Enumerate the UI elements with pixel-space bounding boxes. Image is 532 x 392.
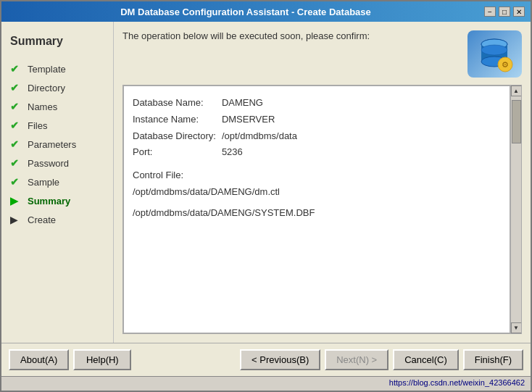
check-icon: ✔ xyxy=(10,176,23,188)
sidebar-item-password[interactable]: ✔ Password xyxy=(1,154,113,172)
sidebar-label-names: Names xyxy=(28,101,57,112)
sidebar-label-password: Password xyxy=(28,158,69,169)
sidebar-item-sample[interactable]: ✔ Sample xyxy=(1,172,113,191)
bottom-bar: About(A) Help(H) < Previous(B) Next(N) >… xyxy=(1,343,531,376)
about-button[interactable]: About(A) xyxy=(9,349,69,370)
maximize-button[interactable]: □ xyxy=(499,7,510,17)
cancel-button[interactable]: Cancel(C) xyxy=(393,349,459,370)
table-row: Instance Name: DMSERVER xyxy=(133,112,303,128)
check-icon: ✔ xyxy=(10,101,23,112)
sidebar-header: Summary xyxy=(1,29,113,59)
intro-text: The operation below will be executed soo… xyxy=(122,30,460,41)
scroll-up-button[interactable]: ▲ xyxy=(511,86,522,96)
close-button[interactable]: ✕ xyxy=(513,7,525,17)
minimize-button[interactable]: − xyxy=(484,7,496,17)
title-bar: DM Database Configuration Assistant - Cr… xyxy=(1,1,531,22)
scrollbar[interactable]: ▲ ▼ xyxy=(510,86,521,333)
content-area: Summary ✔ Template ✔ Directory ✔ Names ✔… xyxy=(1,22,531,343)
sidebar: Summary ✔ Template ✔ Directory ✔ Names ✔… xyxy=(1,22,114,343)
summary-container: Database Name: DAMENG Instance Name: DMS… xyxy=(122,85,522,334)
scroll-track[interactable] xyxy=(511,96,521,322)
bottom-left-buttons: About(A) Help(H) xyxy=(9,349,131,370)
previous-button[interactable]: < Previous(B) xyxy=(240,349,320,370)
table-row: Port: 5236 xyxy=(133,144,303,161)
check-icon: ✔ xyxy=(10,82,23,93)
sidebar-item-create[interactable]: ▶ Create xyxy=(1,210,113,229)
port-value: 5236 xyxy=(222,144,303,161)
sidebar-item-names[interactable]: ✔ Names xyxy=(1,97,113,116)
port-label: Port: xyxy=(133,144,222,161)
sidebar-label-directory: Directory xyxy=(28,83,65,93)
sidebar-label-summary: Summary xyxy=(28,196,70,207)
header-area: The operation below will be executed soo… xyxy=(122,30,522,78)
arrow-green-icon: ▶ xyxy=(10,195,23,207)
sidebar-item-summary[interactable]: ▶ Summary xyxy=(1,191,113,210)
db-logo: ⚙ xyxy=(467,30,522,78)
check-icon: ✔ xyxy=(10,138,23,150)
summary-table: Database Name: DAMENG Instance Name: DMS… xyxy=(133,95,303,161)
database-icon: ⚙ xyxy=(475,34,515,74)
db-name-value: DAMENG xyxy=(222,95,303,112)
svg-text:⚙: ⚙ xyxy=(502,60,509,69)
db-dir-value: /opt/dmdbms/data xyxy=(222,128,303,145)
db-name-label: Database Name: xyxy=(133,95,222,112)
check-icon: ✔ xyxy=(10,120,23,131)
db-dir-label: Database Directory: xyxy=(133,128,222,145)
arrow-black-icon: ▶ xyxy=(10,214,23,225)
control-file-label: Control File: xyxy=(133,168,501,183)
help-button[interactable]: Help(H) xyxy=(73,349,131,370)
window-controls: − □ ✕ xyxy=(484,7,525,17)
control-file-path: /opt/dmdbms/data/DAMENG/dm.ctl xyxy=(133,185,501,200)
window-title: DM Database Configuration Assistant - Cr… xyxy=(7,7,484,17)
sidebar-item-parameters[interactable]: ✔ Parameters xyxy=(1,135,113,154)
scroll-down-button[interactable]: ▼ xyxy=(511,322,522,333)
main-window: DM Database Configuration Assistant - Cr… xyxy=(0,0,532,392)
sidebar-label-files: Files xyxy=(28,120,47,131)
summary-box[interactable]: Database Name: DAMENG Instance Name: DMS… xyxy=(123,86,510,333)
bottom-right-buttons: < Previous(B) Next(N) > Cancel(C) Finish… xyxy=(240,349,523,370)
instance-name-value: DMSERVER xyxy=(222,112,303,128)
table-row: Database Name: DAMENG xyxy=(133,95,303,112)
sidebar-label-parameters: Parameters xyxy=(28,139,76,150)
next-button[interactable]: Next(N) > xyxy=(325,349,388,370)
svg-point-4 xyxy=(481,45,507,55)
control-file-section: Control File: /opt/dmdbms/data/DAMENG/dm… xyxy=(133,168,501,200)
sidebar-label-sample: Sample xyxy=(28,177,59,188)
finish-button[interactable]: Finish(F) xyxy=(463,349,523,370)
status-bar: https://blog.csdn.net/weixin_42366462 xyxy=(1,376,531,391)
sidebar-label-create: Create xyxy=(28,214,56,225)
sidebar-item-template[interactable]: ✔ Template xyxy=(1,59,113,78)
scroll-thumb[interactable] xyxy=(512,100,521,143)
instance-name-label: Instance Name: xyxy=(133,112,222,128)
sidebar-label-template: Template xyxy=(28,64,66,75)
data-file-section: /opt/dmdbms/data/DAMENG/SYSTEM.DBF xyxy=(133,206,501,221)
main-panel: The operation below will be executed soo… xyxy=(114,22,531,343)
check-icon: ✔ xyxy=(10,157,23,169)
sidebar-item-directory[interactable]: ✔ Directory xyxy=(1,78,113,97)
check-icon: ✔ xyxy=(10,63,23,75)
status-text: https://blog.csdn.net/weixin_42366462 xyxy=(389,378,525,387)
table-row: Database Directory: /opt/dmdbms/data xyxy=(133,128,303,145)
sidebar-item-files[interactable]: ✔ Files xyxy=(1,116,113,135)
